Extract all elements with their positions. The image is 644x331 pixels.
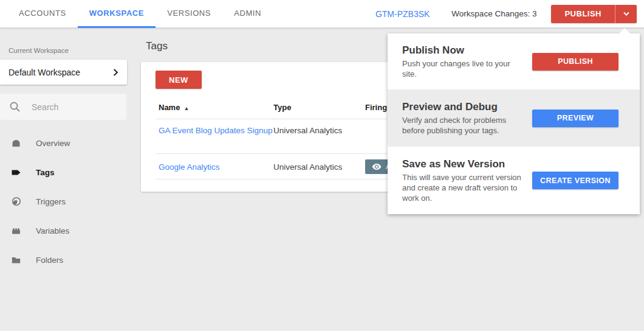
variables-icon [11,226,21,236]
publish-now-button[interactable]: PUBLISH [532,53,618,71]
publish-dropdown-toggle[interactable] [615,5,637,23]
tab-workspace[interactable]: WORKSPACE [78,0,156,28]
sidebar-item-variables[interactable]: Variables [0,216,128,245]
top-header: ACCOUNTS WORKSPACE VERSIONS ADMIN GTM-PZ… [0,0,644,28]
column-header-type[interactable]: Type [273,103,365,112]
menu-section-title: Preview and Debug [402,101,526,113]
publish-split-button[interactable]: PUBLISH [551,5,637,23]
sidebar-item-label: Triggers [36,197,66,206]
tab-accounts[interactable]: ACCOUNTS [7,0,78,28]
create-version-button[interactable]: CREATE VERSION [532,172,618,189]
publish-dropdown-menu: Publish Now Push your changes live to yo… [388,33,640,214]
menu-section-title: Save as New Version [402,158,526,170]
preview-button[interactable]: PREVIEW [532,110,618,127]
trigger-icon [11,197,21,207]
publish-button[interactable]: PUBLISH [551,5,615,23]
menu-section-description: Verify and check for problems before pub… [402,115,526,136]
tag-name-link[interactable]: Google Analytics [156,162,273,172]
sidebar-item-label: Tags [36,168,55,177]
workspace-name: Default Workspace [9,68,111,77]
tag-type: Universal Analytics [273,126,365,135]
container-id-link[interactable]: GTM-PZB3SK [375,9,430,19]
main-nav: ACCOUNTS WORKSPACE VERSIONS ADMIN [7,0,273,27]
menu-section-publish-now[interactable]: Publish Now Push your changes live to yo… [388,33,640,89]
menu-section-text: Preview and Debug Verify and check for p… [402,101,532,136]
overview-icon [11,138,21,148]
chevron-right-icon [111,68,120,77]
tab-admin[interactable]: ADMIN [222,0,273,28]
menu-section-description: Push your changes live to your site. [402,58,526,79]
sidebar-item-label: Overview [36,139,70,148]
sidebar-item-triggers[interactable]: Triggers [0,187,128,216]
sidebar-item-label: Folders [36,256,63,265]
workspace-changes-count: Workspace Changes: 3 [451,9,536,18]
sidebar: Current Workspace Default Workspace Over… [0,28,128,274]
sidebar-nav: Overview Tags Triggers Variables Folders [0,128,128,274]
column-header-name[interactable]: Name▲ [156,103,273,112]
new-tag-button[interactable]: NEW [156,71,202,89]
dropdown-caret [619,28,630,33]
menu-section-text: Save as New Version This will save your … [402,158,532,203]
chevron-down-icon [623,12,630,16]
folder-icon [11,255,21,265]
sidebar-item-label: Variables [36,226,69,235]
search-box [0,94,126,120]
tag-type: Universal Analytics [273,162,365,172]
workspace-selector[interactable]: Default Workspace [0,60,127,85]
sidebar-item-folders[interactable]: Folders [0,245,128,274]
menu-section-title: Publish Now [402,44,526,57]
sidebar-item-tags[interactable]: Tags [0,158,128,187]
tab-versions[interactable]: VERSIONS [156,0,222,28]
sort-asc-icon: ▲ [183,105,189,111]
search-icon [9,101,21,113]
eye-icon [372,163,382,170]
column-name-label: Name [159,103,180,112]
current-workspace-label: Current Workspace [9,47,128,54]
header-right: GTM-PZB3SK Workspace Changes: 3 PUBLISH [375,0,644,27]
menu-section-description: This will save your current version and … [402,172,526,203]
menu-section-save-version[interactable]: Save as New Version This will save your … [388,147,640,214]
menu-section-text: Publish Now Push your changes live to yo… [402,44,532,79]
sidebar-item-overview[interactable]: Overview [0,128,128,158]
tag-name-link[interactable]: GA Event Blog Updates Signup [156,126,273,135]
menu-section-preview-debug[interactable]: Preview and Debug Verify and check for p… [388,89,640,147]
tag-icon [11,167,21,178]
